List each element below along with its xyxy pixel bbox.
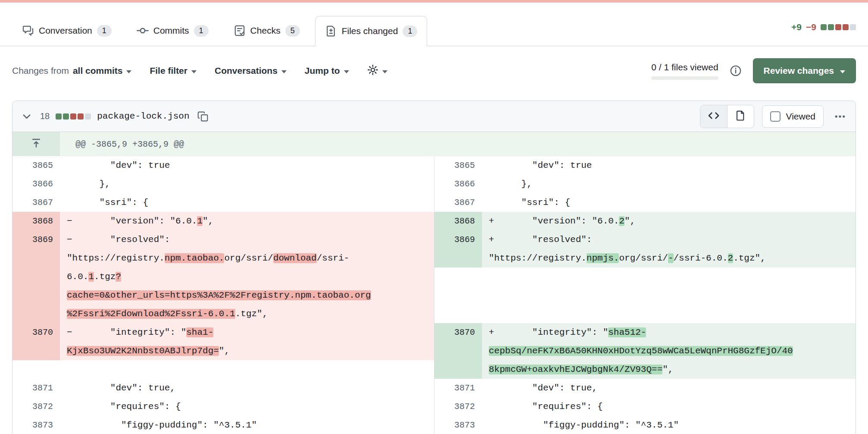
chevron-down-icon bbox=[382, 70, 387, 73]
diff-row-context: 3865 "dev": true bbox=[434, 156, 856, 175]
code-cell bbox=[60, 360, 434, 379]
rich-diff-button[interactable] bbox=[727, 105, 754, 128]
code-cell: − "integrity": "sha1-KjxBso3UW2K2Nnbst0A… bbox=[60, 323, 434, 360]
tab-files-changed[interactable]: Files changed 1 bbox=[315, 16, 428, 46]
code-cell: "ssri": { bbox=[60, 193, 434, 212]
code-cell: − "resolved":"https://registry.npm.taoba… bbox=[60, 230, 434, 323]
diffstat-block-neutral bbox=[850, 24, 856, 30]
gutter-filler bbox=[12, 360, 60, 379]
conversations-dropdown[interactable]: Conversations bbox=[215, 66, 287, 76]
info-icon[interactable] bbox=[730, 65, 742, 77]
diffstat-block-neutral bbox=[85, 113, 91, 120]
line-number[interactable]: 3866 bbox=[434, 175, 482, 193]
diff-view-toggle bbox=[700, 105, 754, 128]
tab-label: Conversation bbox=[39, 25, 92, 36]
code-line: "version": "6.0.2", bbox=[489, 212, 856, 230]
diff-marker: − bbox=[67, 323, 72, 342]
diff-row-context: 3866 }, bbox=[434, 175, 856, 193]
code-line: "requires": { bbox=[489, 397, 856, 416]
collapse-file-chevron-icon[interactable] bbox=[19, 109, 34, 124]
gear-icon bbox=[367, 64, 378, 78]
line-number[interactable]: 3865 bbox=[434, 156, 482, 175]
viewed-checkbox[interactable] bbox=[770, 111, 781, 122]
code-cell: }, bbox=[60, 175, 434, 193]
line-number[interactable]: 3869 bbox=[12, 230, 60, 323]
code-line: "ssri": { bbox=[67, 193, 434, 212]
tab-counter: 1 bbox=[97, 25, 112, 37]
diffstat-block-del bbox=[78, 113, 84, 120]
line-number[interactable]: 3867 bbox=[12, 193, 60, 212]
comment-discussion-icon bbox=[22, 25, 34, 37]
code-cell: "dev": true, bbox=[482, 379, 856, 397]
code-line: "figgy-pudding": "^3.5.1" bbox=[489, 416, 856, 434]
source-diff-button[interactable] bbox=[700, 105, 727, 128]
tab-label: Commits bbox=[153, 25, 189, 36]
changes-from-dropdown[interactable]: Changes from all commits bbox=[12, 66, 131, 76]
viewed-toggle-button[interactable]: Viewed bbox=[762, 105, 824, 128]
file-header-actions: Viewed bbox=[700, 105, 849, 128]
line-number[interactable]: 3867 bbox=[434, 193, 482, 212]
line-number[interactable]: 3873 bbox=[434, 416, 482, 434]
diff-row-del: 3870− "integrity": "sha1-KjxBso3UW2K2Nnb… bbox=[12, 323, 434, 360]
diffstat-block-add bbox=[63, 113, 69, 120]
files-viewed-progress: 0 / 1 files viewed bbox=[651, 62, 718, 80]
code-line: }, bbox=[489, 175, 856, 193]
jump-to-dropdown[interactable]: Jump to bbox=[305, 66, 349, 76]
code-line: %2Fssri%2Fdownload%2Fssri-6.0.1.tgz", bbox=[67, 305, 434, 323]
line-number[interactable]: 3865 bbox=[12, 156, 60, 175]
diff-row-add: 3868+ "version": "6.0.2", bbox=[434, 212, 856, 230]
line-number[interactable]: 3871 bbox=[12, 379, 60, 397]
diff-toolbar: Changes from all commits File filter Con… bbox=[0, 58, 868, 83]
diff-row-context: 3867 "ssri": { bbox=[434, 193, 856, 212]
code-line: "ssri": { bbox=[489, 193, 856, 212]
code-line bbox=[489, 305, 856, 323]
chevron-down-icon bbox=[191, 70, 197, 73]
line-number[interactable]: 3872 bbox=[434, 397, 482, 416]
copy-file-path-icon[interactable] bbox=[196, 109, 210, 124]
code-line: "https://registry.npmjs.org/ssri/-/ssri-… bbox=[489, 249, 856, 267]
chevron-down-icon bbox=[126, 70, 131, 73]
kebab-menu-icon[interactable] bbox=[831, 108, 849, 125]
review-changes-button[interactable]: Review changes bbox=[753, 58, 856, 83]
review-changes-label: Review changes bbox=[764, 66, 834, 76]
code-line bbox=[489, 286, 856, 305]
line-number[interactable]: 3870 bbox=[12, 323, 60, 360]
diffstat-block-del bbox=[835, 24, 841, 30]
diff-row-context: 3866 }, bbox=[12, 175, 434, 193]
code-line: "dev": true, bbox=[489, 379, 856, 397]
line-number[interactable]: 3868 bbox=[434, 212, 482, 230]
line-number[interactable]: 3868 bbox=[12, 212, 60, 230]
code-line: "dev": true, bbox=[67, 379, 434, 397]
tab-label: Checks bbox=[250, 25, 281, 36]
tab-commits[interactable]: Commits 1 bbox=[127, 16, 219, 46]
code-cell: + "version": "6.0.2", bbox=[482, 212, 856, 230]
code-line: "version": "6.0.1", bbox=[67, 212, 434, 230]
tab-checks[interactable]: Checks 5 bbox=[224, 16, 310, 46]
diff-settings-dropdown[interactable] bbox=[367, 64, 387, 78]
line-number[interactable]: 3870 bbox=[434, 323, 482, 379]
code-line: 8kpmcGW+oaxkvhEJCWgbgNk4/ZV93Q==", bbox=[489, 360, 856, 379]
tab-counter: 5 bbox=[285, 25, 300, 37]
expand-up-icon bbox=[31, 138, 42, 151]
expand-hunk-button[interactable] bbox=[12, 132, 60, 156]
header-diffstat-blocks bbox=[821, 24, 856, 30]
file-filter-dropdown[interactable]: File filter bbox=[150, 66, 197, 76]
line-number[interactable]: 3869 bbox=[434, 230, 482, 267]
toolbar-dropdowns: Changes from all commits File filter Con… bbox=[12, 64, 387, 78]
diff-left-column: 3865 "dev": true3866 },3867 "ssri": {386… bbox=[12, 156, 434, 434]
code-line: "requires": { bbox=[67, 397, 434, 416]
tab-conversation[interactable]: Conversation 1 bbox=[12, 16, 122, 46]
code-cell: "dev": true bbox=[60, 156, 434, 175]
code-line: 6.0.1.tgz? bbox=[67, 267, 434, 286]
line-number[interactable]: 3873 bbox=[12, 416, 60, 434]
line-number[interactable]: 3872 bbox=[12, 397, 60, 416]
line-number[interactable]: 3866 bbox=[12, 175, 60, 193]
diffstat-additions: +9 bbox=[791, 22, 802, 32]
code-line bbox=[489, 267, 856, 286]
line-number[interactable]: 3871 bbox=[434, 379, 482, 397]
chevron-down-icon bbox=[281, 70, 287, 73]
diffstat-block-del bbox=[70, 113, 76, 120]
code-icon bbox=[708, 110, 720, 123]
diff-row-filler bbox=[434, 267, 856, 323]
changes-from-label: Changes from bbox=[12, 66, 69, 76]
